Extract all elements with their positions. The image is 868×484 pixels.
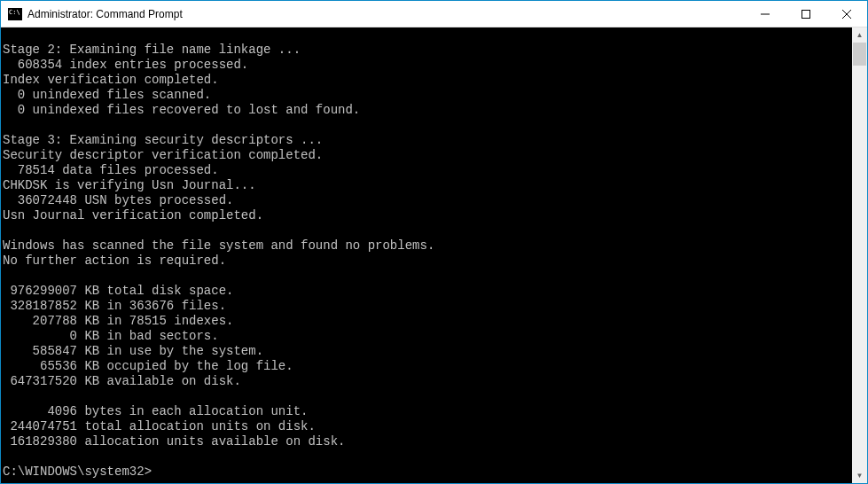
- maximize-button[interactable]: [786, 1, 826, 27]
- output-line: 647317520 KB available on disk.: [3, 374, 850, 389]
- output-line: 328187852 KB in 363676 files.: [3, 299, 850, 314]
- output-line: 608354 index entries processed.: [3, 58, 850, 73]
- output-line: CHKDSK is verifying Usn Journal...: [3, 178, 850, 193]
- output-line: 65536 KB occupied by the log file.: [3, 359, 850, 374]
- output-line: 0 unindexed files recovered to lost and …: [3, 103, 850, 118]
- svg-rect-1: [802, 10, 810, 18]
- output-line: 78514 data files processed.: [3, 163, 850, 178]
- output-line: [3, 269, 850, 284]
- close-button[interactable]: [826, 1, 867, 27]
- output-line: 976299007 KB total disk space.: [3, 284, 850, 299]
- output-line: Index verification completed.: [3, 73, 850, 88]
- output-line: 36072448 USN bytes processed.: [3, 193, 850, 208]
- scroll-down-button[interactable]: ▼: [852, 468, 867, 483]
- output-line: 0 unindexed files scanned.: [3, 88, 850, 103]
- output-line: [3, 27, 850, 43]
- vertical-scrollbar[interactable]: ▲ ▼: [852, 27, 867, 483]
- output-line: [3, 449, 850, 464]
- output-line: [3, 223, 850, 238]
- output-line: Usn Journal verification completed.: [3, 208, 850, 223]
- prompt-line: C:\WINDOWS\system32>: [3, 464, 850, 480]
- minimize-button[interactable]: [745, 1, 786, 27]
- output-line: [3, 389, 850, 404]
- scroll-up-button[interactable]: ▲: [852, 27, 867, 43]
- output-line: 0 KB in bad sectors.: [3, 329, 850, 344]
- output-line: Windows has scanned the file system and …: [3, 238, 850, 254]
- terminal-output[interactable]: Stage 2: Examining file name linkage ...…: [1, 27, 852, 483]
- title-bar[interactable]: Administrator: Command Prompt: [1, 1, 867, 27]
- output-line: Security descriptor verification complet…: [3, 148, 850, 163]
- output-line: [3, 118, 850, 133]
- output-line: Stage 2: Examining file name linkage ...: [3, 43, 850, 58]
- output-line: 4096 bytes in each allocation unit.: [3, 404, 850, 419]
- window-controls: [745, 1, 867, 27]
- window-title: Administrator: Command Prompt: [27, 8, 745, 20]
- output-line: 244074751 total allocation units on disk…: [3, 419, 850, 434]
- scroll-thumb[interactable]: [853, 43, 866, 66]
- output-line: Stage 3: Examining security descriptors …: [3, 133, 850, 148]
- output-line: 207788 KB in 78515 indexes.: [3, 314, 850, 329]
- output-line: 161829380 allocation units available on …: [3, 434, 850, 449]
- cmd-icon: [8, 8, 22, 20]
- output-line: 585847 KB in use by the system.: [3, 344, 850, 359]
- output-line: No further action is required.: [3, 254, 850, 269]
